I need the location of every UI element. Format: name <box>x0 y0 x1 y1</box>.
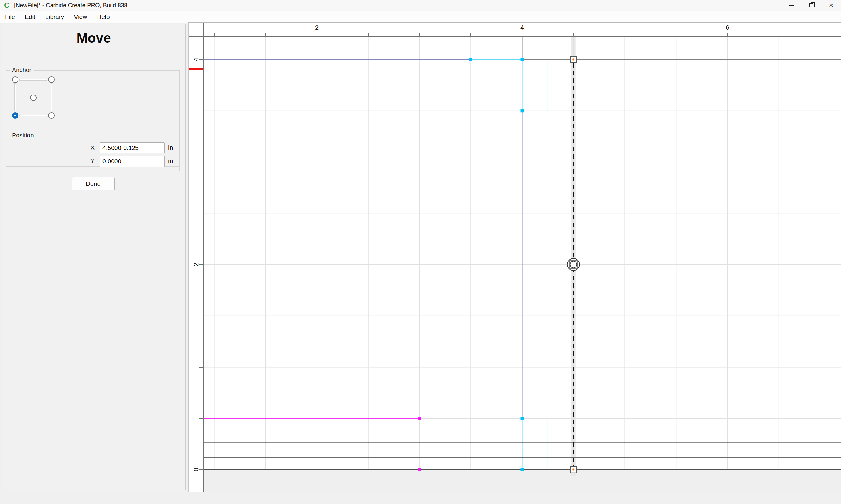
anchor-group-label: Anchor <box>10 67 34 73</box>
ruler-tick <box>265 33 266 37</box>
restore-icon <box>809 3 813 7</box>
ruler-tick <box>419 33 420 37</box>
minimize-button[interactable] <box>782 0 801 11</box>
ruler-tick <box>573 33 574 37</box>
menu-item-help[interactable]: Help <box>92 12 115 22</box>
ruler-tick <box>368 33 368 37</box>
ruler-label: 4 <box>192 58 200 61</box>
ruler-tick <box>676 33 676 37</box>
ruler-label: 4 <box>520 24 524 32</box>
window-controls: ✕ <box>782 0 841 11</box>
ruler-label: 0 <box>192 468 200 471</box>
ruler-tick <box>214 33 214 37</box>
menu-item-edit[interactable]: Edit <box>20 12 40 22</box>
anchor-radio-center[interactable] <box>30 94 36 101</box>
anchor-connector-right <box>51 84 52 111</box>
restore-button[interactable] <box>801 0 821 11</box>
position-group: Position X in Y in <box>5 136 179 171</box>
minimize-icon <box>789 5 794 6</box>
window-title: [NewFile]* - Carbide Create PRO, Build 8… <box>14 2 127 9</box>
y-unit-label: in <box>168 158 173 164</box>
ruler-tick <box>200 469 204 470</box>
ruler-tick <box>200 110 204 111</box>
ruler-tick <box>316 33 317 37</box>
text-caret <box>140 144 140 152</box>
canvas-drawing[interactable] <box>189 23 841 492</box>
ruler-tick <box>470 33 471 37</box>
y-label: Y <box>88 158 95 164</box>
vector-node[interactable] <box>521 58 524 61</box>
ruler-red-marker <box>189 68 204 70</box>
selection-handle-dot <box>572 469 574 471</box>
vector-node[interactable] <box>418 468 421 471</box>
move-panel: Move Anchor Position X in Y in Done <box>2 24 186 490</box>
vector-node[interactable] <box>521 468 524 471</box>
ruler-label: 6 <box>726 24 729 32</box>
ruler-tick <box>727 33 728 37</box>
ruler-label: 2 <box>315 24 319 32</box>
ruler-tick <box>830 33 830 37</box>
ruler-top: 246 <box>189 23 841 37</box>
canvas-top-edge <box>189 36 841 37</box>
menu-item-file[interactable]: File <box>0 12 20 22</box>
anchor-radio-top-right[interactable] <box>48 76 55 83</box>
menu-item-library[interactable]: Library <box>40 12 69 22</box>
anchor-connector-top <box>19 79 47 80</box>
rotation-handle-inner[interactable] <box>570 261 577 268</box>
vector-node[interactable] <box>469 58 473 61</box>
anchor-connector-bottom <box>19 115 47 116</box>
ruler-tick <box>522 33 522 37</box>
vector-node[interactable] <box>521 109 524 112</box>
done-button[interactable]: Done <box>71 177 115 191</box>
anchor-radio-top-left[interactable] <box>12 76 18 83</box>
selection-handle-dot <box>572 59 574 61</box>
close-icon: ✕ <box>829 3 834 8</box>
menu-bar: FileEditLibraryViewHelp <box>0 11 841 23</box>
title-bar: C [NewFile]* - Carbide Create PRO, Build… <box>0 0 841 11</box>
close-button[interactable]: ✕ <box>821 0 841 11</box>
x-position-input[interactable] <box>100 142 165 154</box>
ruler-tick <box>200 162 204 162</box>
outside-stock-area <box>189 470 841 492</box>
canvas-left-edge <box>203 23 204 492</box>
ruler-tick <box>778 33 779 37</box>
x-unit-label: in <box>168 144 173 151</box>
ruler-left: 420 <box>189 23 204 492</box>
vector-node[interactable] <box>521 417 524 420</box>
anchor-connector-left <box>14 84 16 111</box>
anchor-radio-bottom-left[interactable] <box>12 112 18 119</box>
anchor-radio-bottom-right[interactable] <box>48 112 55 119</box>
ruler-tick <box>200 59 204 60</box>
ruler-tick <box>200 213 204 214</box>
ruler-tick <box>200 367 204 367</box>
ruler-tick <box>200 418 204 418</box>
vector-node[interactable] <box>418 417 421 420</box>
x-label: X <box>88 144 95 151</box>
app-logo-icon: C <box>4 2 9 9</box>
design-canvas[interactable]: 246 420 <box>188 22 841 492</box>
ruler-tick <box>200 316 204 316</box>
ruler-tick <box>200 264 204 265</box>
ruler-label: 2 <box>192 263 200 266</box>
y-position-input[interactable] <box>100 156 165 167</box>
page-title: Move <box>2 30 185 46</box>
position-group-label: Position <box>10 132 36 139</box>
ruler-tick <box>624 33 625 37</box>
menu-item-view[interactable]: View <box>69 12 92 22</box>
